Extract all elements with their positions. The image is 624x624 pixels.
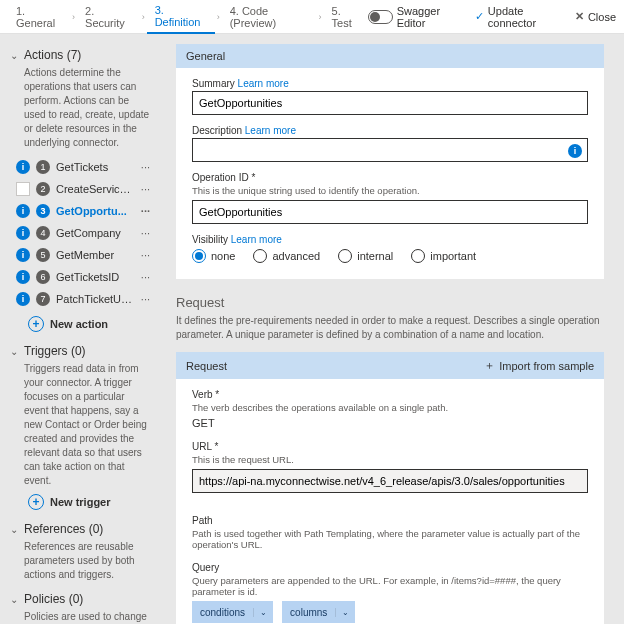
number-badge: 3 bbox=[36, 204, 50, 218]
plus-icon: + bbox=[28, 494, 44, 510]
actions-title: Actions (7) bbox=[24, 48, 81, 62]
toggle-icon bbox=[368, 10, 392, 24]
url-label: URL * bbox=[192, 441, 588, 452]
request-card-header: Request ＋ Import from sample bbox=[176, 352, 604, 379]
number-badge: 6 bbox=[36, 270, 50, 284]
action-item-patchticket[interactable]: i 7 PatchTicketUp... ··· bbox=[16, 288, 150, 310]
import-from-sample-button[interactable]: ＋ Import from sample bbox=[484, 358, 594, 373]
references-title: References (0) bbox=[24, 522, 103, 536]
swagger-editor-toggle[interactable]: Swagger Editor bbox=[368, 5, 460, 29]
tab-security[interactable]: 2. Security bbox=[77, 0, 140, 34]
info-icon: i bbox=[16, 248, 30, 262]
query-pills: conditions⌄ columns⌄ bbox=[192, 601, 588, 623]
tab-general[interactable]: 1. General bbox=[8, 0, 70, 34]
chevron-down-icon: ⌄ bbox=[335, 608, 355, 617]
number-badge: 4 bbox=[36, 226, 50, 240]
action-label: GetCompany bbox=[56, 227, 135, 239]
action-item-getmember[interactable]: i 5 GetMember ··· bbox=[16, 244, 150, 266]
query-pill-columns[interactable]: columns⌄ bbox=[282, 601, 355, 623]
sidebar-actions-header[interactable]: ⌄ Actions (7) bbox=[10, 48, 150, 62]
update-connector-button[interactable]: ✓ Update connector bbox=[475, 5, 561, 29]
number-badge: 7 bbox=[36, 292, 50, 306]
visibility-none[interactable]: none bbox=[192, 249, 235, 263]
description-input[interactable] bbox=[192, 138, 588, 162]
sidebar-references-header[interactable]: ⌄ References (0) bbox=[10, 522, 150, 536]
more-icon[interactable]: ··· bbox=[141, 293, 150, 305]
summary-learn-more[interactable]: Learn more bbox=[238, 78, 289, 89]
triggers-desc: Triggers read data in from your connecto… bbox=[24, 362, 150, 488]
tab-definition[interactable]: 3. Definition bbox=[147, 0, 215, 34]
more-icon[interactable]: ··· bbox=[141, 249, 150, 261]
more-icon[interactable]: ··· bbox=[141, 183, 150, 195]
radio-icon bbox=[338, 249, 352, 263]
tab-code[interactable]: 4. Code (Preview) bbox=[222, 0, 317, 34]
action-item-getopportunities[interactable]: i 3 GetOpportu... ··· bbox=[16, 200, 150, 222]
new-action-button[interactable]: + New action bbox=[28, 316, 150, 332]
main-panel: General Summary Learn more Description L… bbox=[162, 34, 624, 624]
request-card: Request ＋ Import from sample Verb * The … bbox=[176, 352, 604, 624]
actions-desc: Actions determine the operations that us… bbox=[24, 66, 150, 150]
action-item-getticketsid[interactable]: i 6 GetTicketsID ··· bbox=[16, 266, 150, 288]
info-icon[interactable]: i bbox=[568, 144, 582, 158]
action-item-getcompany[interactable]: i 4 GetCompany ··· bbox=[16, 222, 150, 244]
action-item-createservice[interactable]: 2 CreateService... ··· bbox=[16, 178, 150, 200]
verb-label: Verb * bbox=[192, 389, 588, 400]
query-pill-conditions[interactable]: conditions⌄ bbox=[192, 601, 273, 623]
swagger-label: Swagger Editor bbox=[397, 5, 461, 29]
chevron-right-icon: › bbox=[70, 12, 77, 22]
update-label: Update connector bbox=[488, 5, 561, 29]
number-badge: 2 bbox=[36, 182, 50, 196]
new-trigger-button[interactable]: + New trigger bbox=[28, 494, 150, 510]
request-desc: It defines the pre-requirements needed i… bbox=[176, 314, 604, 342]
visibility-important[interactable]: important bbox=[411, 249, 476, 263]
number-badge: 1 bbox=[36, 160, 50, 174]
action-label: PatchTicketUp... bbox=[56, 293, 135, 305]
policies-title: Policies (0) bbox=[24, 592, 83, 606]
check-icon: ✓ bbox=[475, 10, 484, 23]
path-label: Path bbox=[192, 515, 588, 526]
more-icon[interactable]: ··· bbox=[141, 227, 150, 239]
wizard-tabs: 1. General › 2. Security › 3. Definition… bbox=[0, 0, 624, 34]
summary-label: Summary Learn more bbox=[192, 78, 588, 89]
info-icon: i bbox=[16, 160, 30, 174]
radio-icon bbox=[411, 249, 425, 263]
radio-icon bbox=[253, 249, 267, 263]
radio-icon bbox=[192, 249, 206, 263]
visibility-learn-more[interactable]: Learn more bbox=[231, 234, 282, 245]
sidebar-triggers-header[interactable]: ⌄ Triggers (0) bbox=[10, 344, 150, 358]
general-header-label: General bbox=[186, 50, 225, 62]
info-icon: i bbox=[16, 226, 30, 240]
visibility-internal[interactable]: internal bbox=[338, 249, 393, 263]
path-help: Path is used together with Path Templati… bbox=[192, 528, 588, 550]
verb-help: The verb describes the operations availa… bbox=[192, 402, 588, 413]
operation-id-help: This is the unique string used to identi… bbox=[192, 185, 588, 196]
chevron-down-icon: ⌄ bbox=[10, 524, 18, 535]
more-icon[interactable]: ··· bbox=[141, 161, 150, 173]
more-icon[interactable]: ··· bbox=[141, 271, 150, 283]
number-badge: 5 bbox=[36, 248, 50, 262]
more-icon[interactable]: ··· bbox=[141, 205, 150, 217]
policies-desc: Policies are used to change the behavior… bbox=[24, 610, 150, 624]
visibility-advanced[interactable]: advanced bbox=[253, 249, 320, 263]
triggers-title: Triggers (0) bbox=[24, 344, 86, 358]
url-help: This is the request URL. bbox=[192, 454, 588, 465]
sidebar-policies-header[interactable]: ⌄ Policies (0) bbox=[10, 592, 150, 606]
request-header-label: Request bbox=[186, 360, 227, 372]
description-learn-more[interactable]: Learn more bbox=[245, 125, 296, 136]
query-help: Query parameters are appended to the URL… bbox=[192, 575, 588, 597]
action-label: GetTickets bbox=[56, 161, 135, 173]
visibility-label: Visibility Learn more bbox=[192, 234, 588, 245]
summary-input[interactable] bbox=[192, 91, 588, 115]
tab-test[interactable]: 5. Test bbox=[324, 0, 369, 34]
chevron-down-icon: ⌄ bbox=[10, 594, 18, 605]
operation-id-input[interactable] bbox=[192, 200, 588, 224]
chevron-down-icon: ⌄ bbox=[10, 50, 18, 61]
plus-icon: + bbox=[28, 316, 44, 332]
actions-list: i 1 GetTickets ··· 2 CreateService... ··… bbox=[16, 156, 150, 310]
close-button[interactable]: ✕ Close bbox=[575, 10, 616, 23]
url-input[interactable] bbox=[192, 469, 588, 493]
action-item-gettickets[interactable]: i 1 GetTickets ··· bbox=[16, 156, 150, 178]
description-label: Description Learn more bbox=[192, 125, 588, 136]
info-icon: i bbox=[16, 204, 30, 218]
empty-badge bbox=[16, 182, 30, 196]
